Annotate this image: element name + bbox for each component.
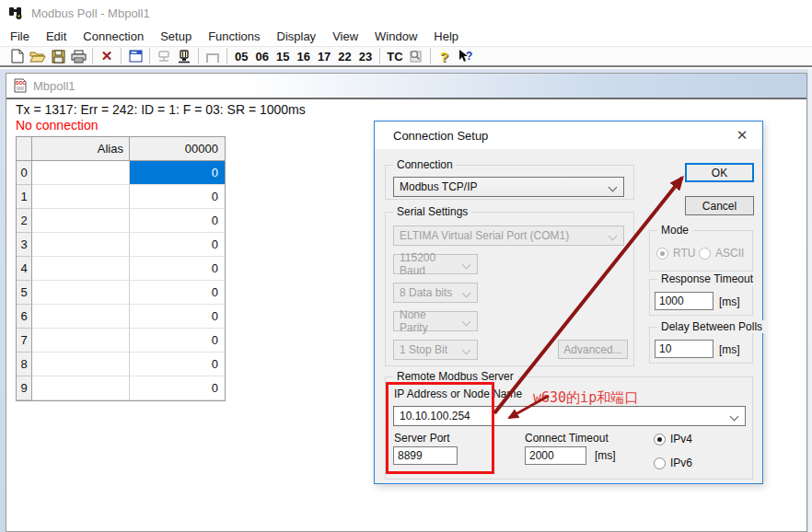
- doc-file-icon: DOC: [13, 78, 28, 93]
- delay-input[interactable]: [655, 340, 713, 358]
- data-bits-select: 8 Data bits: [393, 283, 478, 303]
- context-help-icon[interactable]: ?: [455, 48, 475, 65]
- value-cell[interactable]: 0: [130, 281, 225, 305]
- value-cell[interactable]: 0: [130, 329, 225, 353]
- ipv4-radio-label: IPv4: [670, 433, 692, 445]
- poll-setup-icon[interactable]: [174, 48, 194, 65]
- print-icon[interactable]: [68, 48, 88, 65]
- chevron-down-icon: [462, 260, 471, 270]
- menu-file[interactable]: File: [2, 27, 38, 46]
- svg-text:?: ?: [466, 50, 472, 63]
- alias-cell[interactable]: [32, 185, 130, 209]
- alias-cell[interactable]: [32, 161, 130, 185]
- row-header[interactable]: 2: [17, 209, 32, 233]
- row-header[interactable]: 5: [17, 281, 32, 305]
- value-cell[interactable]: 0: [130, 209, 225, 233]
- poll-status-line: Tx = 1317: Err = 242: ID = 1: F = 03: SR…: [16, 102, 306, 117]
- fc-23-button[interactable]: 23: [355, 50, 376, 64]
- menu-connection[interactable]: Connection: [75, 27, 152, 46]
- connect-timeout-input[interactable]: [525, 446, 586, 465]
- serial-settings-group-label: Serial Settings: [393, 205, 471, 218]
- chevron-down-icon: [462, 289, 471, 298]
- value-cell[interactable]: 0: [130, 257, 225, 281]
- connection-group-label: Connection: [393, 158, 457, 171]
- value-cell[interactable]: 0: [130, 305, 225, 329]
- menu-edit[interactable]: Edit: [38, 27, 75, 46]
- stop-bits-value: 1 Stop Bit: [400, 343, 447, 356]
- alias-column-header[interactable]: Alias: [32, 137, 130, 161]
- menu-help[interactable]: Help: [425, 27, 467, 46]
- connection-type-select[interactable]: Modbus TCP/IP: [393, 177, 624, 197]
- row-header[interactable]: 3: [17, 233, 32, 257]
- row-header[interactable]: 7: [17, 329, 32, 353]
- register-grid: Alias 00000 0 0 1 0 2 0 3 0 4 0 5: [16, 136, 226, 401]
- alias-cell[interactable]: [32, 209, 130, 233]
- fc-16-button[interactable]: 16: [293, 50, 313, 64]
- cancel-button[interactable]: Cancel: [685, 196, 754, 215]
- row-header[interactable]: 0: [17, 161, 32, 185]
- value-cell[interactable]: 0: [130, 376, 225, 400]
- menu-setup[interactable]: Setup: [152, 27, 200, 46]
- alias-cell[interactable]: [32, 281, 130, 305]
- window-title: Modbus Poll - Mbpoll1: [31, 6, 150, 20]
- ok-button[interactable]: OK: [685, 163, 754, 182]
- table-row: 4 0: [17, 257, 225, 281]
- value-cell[interactable]: 0: [130, 185, 225, 209]
- parity-value: None Parity: [400, 308, 457, 334]
- chevron-down-icon: [730, 412, 739, 422]
- value-cell-selected[interactable]: 0: [130, 161, 225, 185]
- row-header[interactable]: 8: [17, 353, 32, 376]
- ipv6-radio[interactable]: IPv6: [654, 457, 692, 469]
- toolbar-separator: [198, 48, 199, 64]
- toolbar-separator: [430, 48, 431, 64]
- display-window-icon[interactable]: [125, 48, 145, 65]
- new-file-icon[interactable]: [7, 48, 28, 65]
- ipv4-radio[interactable]: IPv4: [654, 433, 692, 445]
- table-row: 1 0: [17, 185, 225, 209]
- fc-17-button[interactable]: 17: [314, 50, 334, 64]
- fc-15-button[interactable]: 15: [273, 50, 293, 64]
- delay-unit: [ms]: [719, 343, 740, 356]
- fc-22-button[interactable]: 22: [334, 50, 354, 64]
- alias-cell[interactable]: [32, 233, 130, 257]
- row-header[interactable]: 1: [17, 185, 32, 209]
- disconnect-icon[interactable]: ✕: [97, 48, 117, 65]
- alias-cell[interactable]: [32, 329, 130, 353]
- radio-icon: [699, 248, 711, 260]
- row-header[interactable]: 4: [17, 257, 32, 281]
- toolbar: ✕ 05 06 15 16 17 22 23 TC ? ?: [0, 46, 812, 67]
- zoom-doc-icon[interactable]: [406, 48, 426, 65]
- close-icon[interactable]: ✕: [733, 127, 751, 144]
- menu-view[interactable]: View: [324, 27, 366, 46]
- alias-cell[interactable]: [32, 305, 130, 329]
- open-file-icon[interactable]: [28, 48, 48, 65]
- alias-cell[interactable]: [32, 376, 130, 400]
- menu-functions[interactable]: Functions: [200, 27, 268, 46]
- response-timeout-input[interactable]: [655, 292, 713, 310]
- toolbar-separator: [121, 48, 122, 64]
- value-column-header[interactable]: 00000: [130, 137, 225, 161]
- menu-display[interactable]: Display: [269, 27, 325, 46]
- app-logo-icon: [7, 5, 24, 21]
- baud-rate-value: 115200 Baud: [400, 251, 457, 277]
- response-timeout-unit: [ms]: [719, 295, 740, 308]
- toolbar-separator: [379, 48, 380, 64]
- poll-once-icon: [154, 48, 174, 65]
- about-help-icon[interactable]: ?: [435, 48, 455, 65]
- baud-rate-select: 115200 Baud: [393, 254, 478, 274]
- test-center-button[interactable]: TC: [384, 50, 405, 64]
- save-icon[interactable]: [48, 48, 68, 65]
- value-cell[interactable]: 0: [130, 353, 225, 376]
- toolbar-separator: [226, 48, 227, 64]
- rtu-radio: RTU: [656, 247, 695, 260]
- document-titlebar[interactable]: DOC Mbpoll1: [6, 74, 806, 99]
- fc-05-button[interactable]: 05: [231, 50, 251, 64]
- fc-06-button[interactable]: 06: [251, 50, 272, 64]
- row-header[interactable]: 6: [17, 305, 32, 329]
- alias-cell[interactable]: [32, 353, 130, 376]
- row-header[interactable]: 9: [17, 376, 32, 400]
- alias-cell[interactable]: [32, 257, 130, 281]
- dialog-titlebar: Connection Setup ✕: [375, 121, 762, 149]
- value-cell[interactable]: 0: [130, 233, 225, 257]
- menu-window[interactable]: Window: [366, 27, 425, 46]
